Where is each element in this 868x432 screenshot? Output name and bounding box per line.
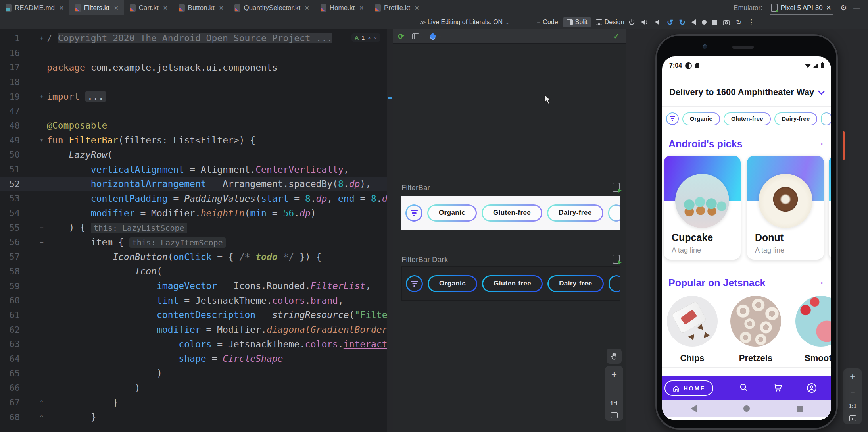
rotate-right-button[interactable]: ↻: [679, 18, 686, 27]
run-preview-dark-icon[interactable]: [613, 255, 620, 264]
zoom-to-fit-icon[interactable]: [611, 412, 618, 418]
code-line[interactable]: 58 Icon(: [0, 264, 387, 279]
volume-down-button[interactable]: [655, 19, 661, 25]
prev-issue-icon[interactable]: ∧: [367, 35, 371, 40]
snapshot-button[interactable]: ↻: [736, 18, 742, 27]
filter-chip-gluten-free[interactable]: Gluten-free: [724, 112, 771, 125]
filter-chip-dairy-free[interactable]: Dairy-free: [774, 112, 818, 125]
fold-marker-icon[interactable]: −: [37, 224, 46, 231]
tab-profile-kt[interactable]: Profile.kt✕: [369, 0, 425, 15]
fold-marker-icon[interactable]: ▾: [37, 137, 46, 144]
zoom-in-button[interactable]: +: [611, 369, 617, 380]
gear-icon[interactable]: ⚙: [840, 3, 847, 12]
nav-search-button[interactable]: [739, 383, 749, 394]
line-number[interactable]: 56: [0, 237, 20, 247]
section-title-picks[interactable]: Android's picks: [668, 138, 743, 150]
filterbar-preview-dark[interactable]: OrganicGluten-freeDairy-free: [401, 266, 620, 301]
close-icon[interactable]: ✕: [163, 5, 168, 11]
tab-quantityselector-kt[interactable]: QuantitySelector.kt✕: [229, 0, 315, 15]
line-number[interactable]: 16: [0, 48, 20, 58]
code-line[interactable]: 59 imageVector = Icons.Rounded.FilterLis…: [0, 279, 387, 293]
line-number[interactable]: 66: [0, 383, 20, 393]
code-editor[interactable]: 1+/ Copyright 2020 The Android Open Sour…: [0, 29, 387, 432]
close-icon[interactable]: ✕: [359, 5, 364, 11]
close-icon[interactable]: ✕: [219, 5, 224, 11]
tab-cart-kt[interactable]: Cart.kt✕: [124, 0, 173, 15]
line-number[interactable]: 62: [0, 325, 20, 335]
layers-button[interactable]: ⌄: [430, 34, 441, 39]
android-overview-button[interactable]: [712, 20, 717, 25]
code-line[interactable]: 51 verticalAlignment = Alignment.CenterV…: [0, 162, 387, 177]
line-number[interactable]: 17: [0, 62, 20, 72]
code-line[interactable]: 53 contentPadding = PaddingValues(start …: [0, 191, 387, 206]
line-number[interactable]: 67: [0, 397, 20, 407]
nav-profile-button[interactable]: [807, 383, 817, 395]
line-number[interactable]: 55: [0, 223, 20, 233]
rotate-left-button[interactable]: ↺: [667, 18, 673, 27]
volume-up-button[interactable]: [641, 19, 649, 25]
zoom-actual-size-button[interactable]: 1:1: [610, 400, 618, 407]
line-number[interactable]: 58: [0, 266, 20, 276]
code-line[interactable]: 55− ) { this: LazyListScope: [0, 220, 387, 235]
tab-readme-md[interactable]: README.md✕: [0, 0, 69, 15]
code-line[interactable]: 56− item { this: LazyItemScope: [0, 235, 387, 250]
power-button[interactable]: [628, 19, 635, 26]
nav-cart-button[interactable]: [772, 383, 783, 394]
code-line[interactable]: 17package com.example.jetsnack.ui.compon…: [0, 60, 387, 75]
code-line[interactable]: 47: [0, 104, 387, 118]
filter-chip-organic[interactable]: Organic: [428, 275, 477, 292]
filter-chip-gluten-free[interactable]: Gluten-free: [482, 204, 542, 222]
line-number[interactable]: 19: [0, 92, 20, 102]
code-line[interactable]: 65 ): [0, 366, 387, 381]
code-line[interactable]: 68⌃ }: [0, 410, 387, 424]
code-line[interactable]: 57− IconButton(onClick = { /* todo */ })…: [0, 249, 387, 264]
code-line[interactable]: 18: [0, 75, 387, 89]
line-number[interactable]: 49: [0, 135, 20, 145]
fold-marker-icon[interactable]: +: [37, 35, 46, 42]
fold-marker-icon[interactable]: −: [37, 239, 46, 246]
line-number[interactable]: 53: [0, 193, 20, 203]
filter-chip-dairy-free[interactable]: Dairy-free: [547, 204, 603, 222]
mode-split-button[interactable]: Split: [563, 17, 591, 27]
filter-chip-cut[interactable]: [608, 204, 620, 222]
line-number[interactable]: 18: [0, 77, 20, 87]
line-number[interactable]: 65: [0, 368, 20, 378]
fold-marker-icon[interactable]: −: [37, 253, 46, 260]
line-number[interactable]: 63: [0, 339, 20, 349]
filter-list-icon[interactable]: [406, 275, 423, 292]
code-line[interactable]: 54 modifier = Modifier.heightIn(min = 56…: [0, 206, 387, 220]
popular-snack-chips[interactable]: Chips: [667, 296, 718, 347]
fold-marker-icon[interactable]: +: [37, 93, 46, 100]
line-number[interactable]: 1: [0, 33, 20, 43]
line-number[interactable]: 50: [0, 150, 20, 160]
line-number[interactable]: 61: [0, 310, 20, 320]
code-line[interactable]: 64 shape = CircleShape: [0, 351, 387, 366]
line-number[interactable]: 47: [0, 106, 20, 116]
snack-card-donut[interactable]: DonutA tag line: [747, 156, 824, 260]
code-line[interactable]: 67⌃ }: [0, 395, 387, 410]
system-home-button[interactable]: [743, 405, 750, 412]
code-line[interactable]: 49▾fun FilterBar(filters: List<Filter>) …: [0, 133, 387, 148]
system-back-button[interactable]: [691, 405, 697, 412]
emulator-zoom-out-button[interactable]: −: [850, 388, 855, 397]
code-line[interactable]: 61 contentDescription = stringResource("…: [0, 308, 387, 322]
zoom-out-button[interactable]: −: [612, 386, 616, 395]
preview-label-filterbar-dark[interactable]: FilterBar Dark: [401, 255, 448, 264]
filter-chip-cut[interactable]: [821, 112, 831, 125]
snack-card-cut[interactable]: [829, 156, 831, 260]
emulator-zoom-in-button[interactable]: +: [850, 371, 855, 382]
line-number[interactable]: 52: [0, 179, 20, 189]
close-icon[interactable]: ✕: [114, 5, 119, 11]
screenshot-button[interactable]: [723, 19, 730, 25]
run-preview-icon[interactable]: [613, 183, 620, 192]
delivery-address-selector[interactable]: Delivery to 1600 Amphitheater Way: [662, 81, 831, 103]
line-number[interactable]: 59: [0, 281, 20, 291]
arrow-right-icon[interactable]: →: [814, 275, 825, 287]
close-icon[interactable]: ✕: [305, 5, 309, 11]
filter-chip-cut[interactable]: [609, 275, 620, 292]
tab-home-kt[interactable]: Home.kt✕: [315, 0, 369, 15]
more-options-button[interactable]: ⋮: [748, 18, 755, 27]
code-line[interactable]: 48@Composable: [0, 118, 387, 133]
filter-chip-dairy-free[interactable]: Dairy-free: [547, 275, 603, 292]
android-back-button[interactable]: [691, 19, 696, 25]
